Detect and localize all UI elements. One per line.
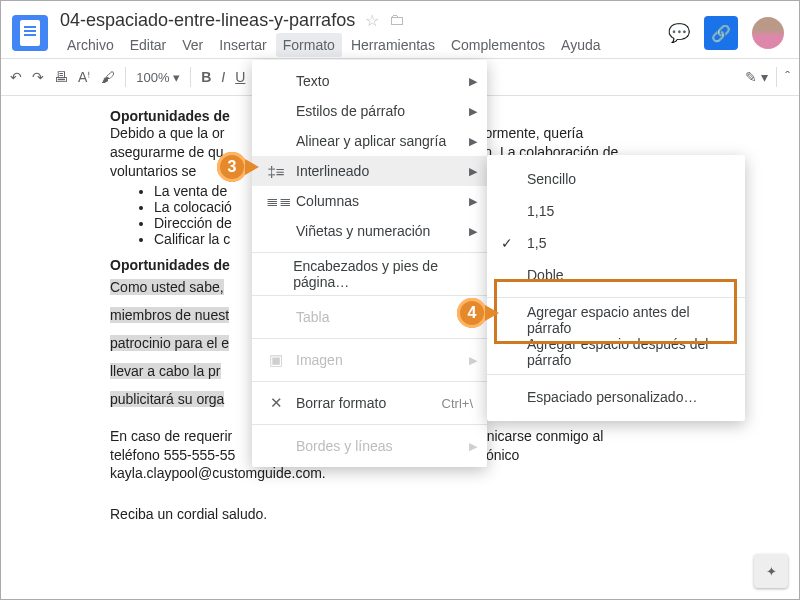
callout-3: 3: [217, 152, 247, 182]
clear-format-icon: ✕: [266, 394, 286, 412]
explore-button[interactable]: ✦: [754, 554, 788, 588]
menu-complementos[interactable]: Complementos: [444, 33, 552, 57]
body-text: Debido a que la or: [110, 125, 224, 141]
menu-item-columns[interactable]: ≣≣Columnas▶: [252, 186, 487, 216]
selected-text: patrocinio para el e: [110, 335, 229, 351]
menubar: Archivo Editar Ver Insertar Formato Herr…: [60, 33, 668, 57]
bold-button[interactable]: B: [201, 69, 211, 85]
menu-ayuda[interactable]: Ayuda: [554, 33, 607, 57]
line-spacing-submenu: Sencillo 1,15 ✓1,5 Doble Agregar espacio…: [487, 155, 745, 421]
menu-editar[interactable]: Editar: [123, 33, 174, 57]
spacing-custom[interactable]: Espaciado personalizado…: [487, 381, 745, 413]
menu-item-headers[interactable]: Encabezados y pies de página…: [252, 259, 487, 289]
menu-item-table: Tabla▶: [252, 302, 487, 332]
editing-mode-button[interactable]: ✎ ▾: [745, 69, 768, 85]
star-icon[interactable]: ☆: [365, 11, 379, 30]
format-menu: Texto▶ Estilos de párrafo▶ Alinear y apl…: [252, 60, 487, 467]
selected-text: miembros de nuest: [110, 307, 229, 323]
menu-insertar[interactable]: Insertar: [212, 33, 273, 57]
menu-ver[interactable]: Ver: [175, 33, 210, 57]
selected-text: llevar a cabo la pr: [110, 363, 221, 379]
redo-icon[interactable]: ↷: [32, 69, 44, 85]
menu-herramientas[interactable]: Herramientas: [344, 33, 442, 57]
spellcheck-icon[interactable]: Aꜝ: [78, 69, 91, 85]
menu-item-text[interactable]: Texto▶: [252, 66, 487, 96]
hide-menus-icon[interactable]: ˆ: [785, 69, 790, 85]
menu-item-paragraph-styles[interactable]: Estilos de párrafo▶: [252, 96, 487, 126]
zoom-select[interactable]: 100% ▾: [136, 70, 180, 85]
body-text: municarse conmigo al: [467, 428, 603, 444]
comments-icon[interactable]: 💬: [668, 22, 690, 44]
selected-text: Como usted sabe,: [110, 279, 224, 295]
spacing-1-5[interactable]: ✓1,5: [487, 227, 745, 259]
share-button[interactable]: 🔗: [704, 16, 738, 50]
callout-4: 4: [457, 298, 487, 328]
menu-formato[interactable]: Formato: [276, 33, 342, 57]
spacing-add-after[interactable]: Agregar espacio después del párrafo: [487, 336, 745, 368]
undo-icon[interactable]: ↶: [10, 69, 22, 85]
spacing-double[interactable]: Doble: [487, 259, 745, 291]
body-text: teléfono 555-555-55: [110, 447, 235, 463]
selected-text: publicitará su orga: [110, 391, 224, 407]
body-text: ormente, quería: [484, 125, 583, 141]
check-icon: ✓: [501, 235, 513, 251]
spacing-add-before[interactable]: Agregar espacio antes del párrafo: [487, 304, 745, 336]
columns-icon: ≣≣: [266, 192, 286, 210]
menu-item-clear-format[interactable]: ✕Borrar formatoCtrl+\: [252, 388, 487, 418]
menu-item-image: ▣Imagen▶: [252, 345, 487, 375]
print-icon[interactable]: 🖶: [54, 69, 68, 85]
body-text: Reciba un cordial saludo.: [110, 505, 670, 524]
body-text: asegurarme de qu: [110, 144, 224, 160]
spacing-single[interactable]: Sencillo: [487, 163, 745, 195]
callout-3-arrow: [245, 159, 259, 175]
menu-item-bullets[interactable]: Viñetas y numeración▶: [252, 216, 487, 246]
spacing-1-15[interactable]: 1,15: [487, 195, 745, 227]
underline-button[interactable]: U: [235, 69, 245, 85]
document-title[interactable]: 04-espaciado-entre-lineas-y-parrafos: [60, 10, 355, 31]
menu-item-line-spacing[interactable]: ‡≡Interlineado▶: [252, 156, 487, 186]
menu-item-borders: Bordes y líneas▶: [252, 431, 487, 461]
paint-format-icon[interactable]: 🖌: [101, 69, 115, 85]
callout-4-arrow: [485, 305, 499, 321]
menu-archivo[interactable]: Archivo: [60, 33, 121, 57]
avatar[interactable]: [752, 17, 784, 49]
italic-button[interactable]: I: [221, 69, 225, 85]
folder-icon[interactable]: 🗀: [389, 11, 405, 29]
menu-item-align[interactable]: Alinear y aplicar sangría▶: [252, 126, 487, 156]
body-text: kayla.claypool@customguide.com.: [110, 464, 670, 483]
line-spacing-icon: ‡≡: [266, 163, 286, 180]
image-icon: ▣: [266, 351, 286, 369]
docs-logo[interactable]: [12, 15, 48, 51]
body-text: En caso de requerir: [110, 428, 232, 444]
